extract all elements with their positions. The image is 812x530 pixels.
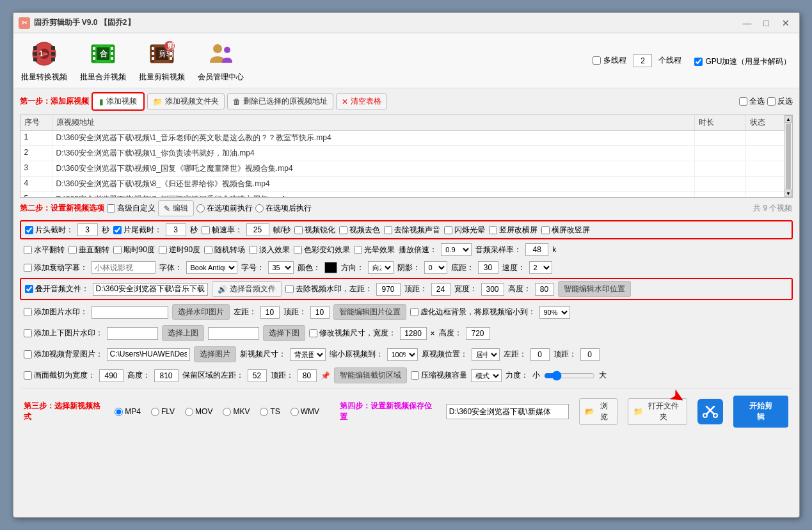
execute-after-radio[interactable]	[255, 204, 264, 213]
gpu-checkbox[interactable]	[694, 58, 703, 66]
playback-speed-select[interactable]: 0.91.01.5	[441, 243, 472, 256]
audio-path-input[interactable]	[93, 283, 208, 296]
scroll-down-button[interactable]: ▼	[784, 189, 792, 197]
sharpen-checkbox[interactable]	[294, 226, 303, 234]
format-mkv-radio[interactable]	[223, 408, 231, 416]
save-path-input[interactable]	[446, 404, 569, 419]
flip-v-option[interactable]: 垂直翻转	[68, 245, 109, 255]
light-effect-checkbox[interactable]	[354, 246, 362, 254]
compress-mode-select[interactable]: 模式二	[471, 369, 502, 382]
crop-option[interactable]: 画面截切为宽度：	[24, 370, 95, 381]
watermark-width-input[interactable]	[481, 283, 504, 296]
execute-before-radio[interactable]	[196, 204, 205, 213]
format-ts-radio[interactable]	[260, 408, 268, 416]
cut-head-input[interactable]	[77, 223, 98, 236]
keep-top-input[interactable]	[298, 369, 317, 382]
select-all-option[interactable]: 全选	[739, 96, 765, 107]
crop-width-input[interactable]	[99, 369, 123, 382]
modify-width-input[interactable]	[400, 327, 427, 340]
subtitle-input[interactable]	[92, 261, 155, 274]
cut-head-option[interactable]: 片头截时：	[25, 225, 74, 236]
format-mp4-radio[interactable]	[115, 408, 123, 416]
watermark-left-input[interactable]	[376, 283, 401, 296]
crop-checkbox[interactable]	[24, 371, 32, 380]
advanced-custom-option[interactable]: 高级自定义	[107, 203, 155, 214]
h2v-checkbox[interactable]	[541, 226, 550, 234]
table-scrollbar[interactable]: ▲ ▼	[784, 115, 792, 197]
rotate-ccw-checkbox[interactable]	[159, 246, 167, 254]
start-edit-button[interactable]: 开始剪辑	[733, 396, 788, 428]
toolbar-member[interactable]: 会员管理中心	[198, 38, 244, 83]
deselect-option[interactable]: 反选	[767, 96, 793, 107]
format-ts[interactable]: TS	[260, 407, 280, 416]
restore-button[interactable]: □	[758, 17, 775, 29]
light-effect-option[interactable]: 光晕效果	[354, 245, 395, 255]
remove-watermark-checkbox[interactable]	[285, 285, 294, 293]
minimize-button[interactable]: —	[739, 17, 756, 29]
top-bottom-checkbox[interactable]	[24, 329, 32, 337]
select-bottom-button[interactable]: 选择下图	[263, 325, 305, 341]
remove-audio-option[interactable]: 去除视频声音	[384, 225, 440, 236]
table-row[interactable]: 4 D:\360安全浏览器下载\视频\8_《归还世界给你》视频合集.mp4	[20, 177, 784, 192]
table-row[interactable]: 5 D:\360安全浏览器下载\视频\7_赵丽颖宫锁沉香纪念琉璃六周年.mp4	[20, 192, 784, 197]
multi-thread-checkbox[interactable]	[593, 56, 601, 65]
scissors-button[interactable]	[697, 399, 723, 424]
img-watermark-checkbox[interactable]	[24, 308, 32, 316]
add-folder-button[interactable]: 📁 添加视频文件夹	[147, 93, 225, 109]
smart-watermark-button[interactable]: 智能编辑水印位置	[558, 281, 631, 297]
shrink-select[interactable]: 100%	[387, 348, 418, 361]
flicker-option[interactable]: 闪烁光晕	[444, 225, 485, 236]
v2h-checkbox[interactable]	[489, 226, 497, 234]
add-video-button[interactable]: ▮ 添加视频	[92, 92, 145, 111]
decolor-option[interactable]: 视频去色	[339, 225, 380, 236]
format-mov-radio[interactable]	[185, 408, 193, 416]
fontsize-select[interactable]: 35	[268, 261, 294, 274]
rotate-cw-checkbox[interactable]	[113, 246, 122, 254]
color-picker[interactable]	[324, 262, 337, 273]
color-change-option[interactable]: 色彩变幻效果	[294, 245, 350, 255]
watermark-top-input[interactable]	[431, 283, 450, 296]
img-watermark-input[interactable]	[92, 306, 168, 319]
table-row[interactable]: 3 D:\360安全浏览器下载\视频\9_国复《哪吒之魔童降世》视频合集.mp4	[20, 161, 784, 177]
virtual-bg-option[interactable]: 虚化边框背景，将原视频缩小到：	[410, 307, 536, 317]
select-bg-button[interactable]: 选择图片	[194, 346, 236, 362]
fade-in-checkbox[interactable]	[249, 246, 257, 254]
cut-tail-input[interactable]	[166, 223, 186, 236]
bottom-input[interactable]	[478, 261, 498, 274]
toolbar-batch-edit[interactable]: 剪辑 剪 批量剪辑视频	[139, 38, 185, 83]
cut-tail-checkbox[interactable]	[113, 226, 122, 234]
thread-count-input[interactable]	[633, 54, 652, 67]
execute-after-option[interactable]: 在选项后执行	[255, 203, 312, 214]
color-change-checkbox[interactable]	[294, 246, 302, 254]
origin-left-input[interactable]	[530, 348, 550, 361]
shadow-select[interactable]: 0	[424, 261, 447, 274]
flicker-checkbox[interactable]	[444, 226, 452, 234]
font-select[interactable]: Book Antiqu	[186, 261, 237, 274]
virtual-bg-checkbox[interactable]	[410, 308, 418, 316]
fade-in-option[interactable]: 淡入效果	[249, 245, 290, 255]
scroll-thumb[interactable]	[786, 124, 791, 189]
top-bottom-input[interactable]	[107, 327, 158, 340]
bg-path-input[interactable]	[107, 348, 190, 361]
format-mov[interactable]: MOV	[185, 407, 212, 416]
scroll-up-button[interactable]: ▲	[784, 115, 792, 123]
edit-button[interactable]: ✎ 编辑	[158, 200, 194, 216]
origin-top-input[interactable]	[580, 348, 600, 361]
compress-option[interactable]: 压缩视频容量	[411, 370, 467, 381]
img-top-input[interactable]	[310, 306, 330, 319]
table-row[interactable]: 1 D:\360安全浏览器下载\视频\1_音乐老师的英文歌是这么教的？？教室节快…	[20, 131, 784, 146]
cut-tail-option[interactable]: 片尾截时：	[113, 225, 162, 236]
table-row[interactable]: 2 D:\360安全浏览器下载\视频\1_你负责读书就好，加油.mp4	[20, 146, 784, 161]
top-bottom-option[interactable]: 添加上下图片水印：	[24, 328, 103, 339]
format-wmv[interactable]: WMV	[291, 407, 319, 416]
bg-image-option[interactable]: 添加视频背景图片：	[24, 349, 103, 360]
flip-h-checkbox[interactable]	[24, 246, 32, 254]
flip-h-option[interactable]: 水平翻转	[24, 245, 65, 255]
modify-height-input[interactable]	[466, 327, 490, 340]
deselect-checkbox[interactable]	[767, 97, 776, 106]
execute-before-option[interactable]: 在选项前执行	[196, 203, 253, 214]
modify-size-checkbox[interactable]	[309, 329, 317, 337]
sharpen-option[interactable]: 视频锐化	[294, 225, 335, 236]
audio-file-checkbox[interactable]	[25, 285, 33, 293]
remove-watermark-option[interactable]: 去除视频水印，左距：	[285, 284, 372, 294]
